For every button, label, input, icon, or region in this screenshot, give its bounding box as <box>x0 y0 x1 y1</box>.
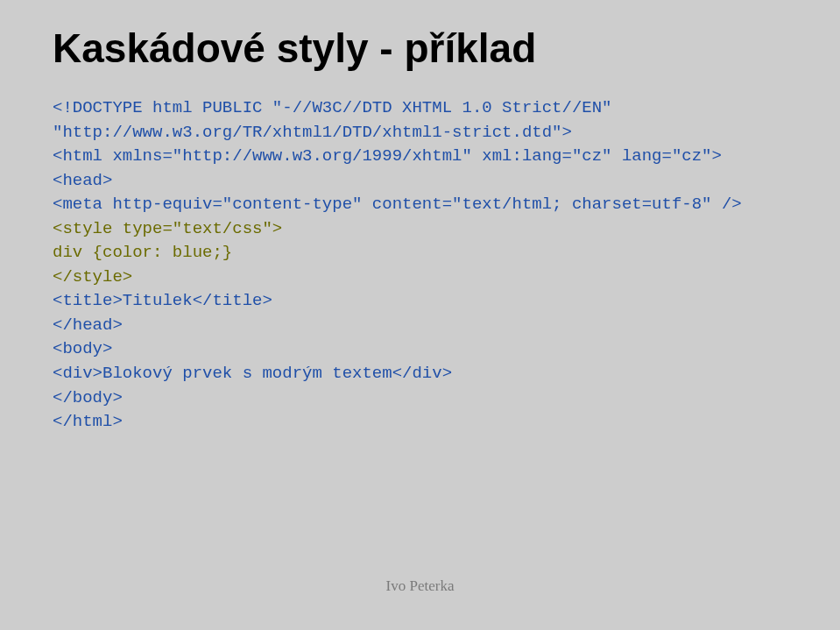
code-line: </style> <box>53 267 132 287</box>
code-line: <body> <box>53 339 112 358</box>
footer-author: Ivo Peterka <box>0 577 840 595</box>
code-line: <style type="text/css"> <box>53 219 282 238</box>
code-line: <meta http-equiv="content-type" content=… <box>53 195 742 214</box>
code-line: </head> <box>53 315 123 335</box>
code-line: "http://www.w3.org/TR/xhtml1/DTD/xhtml1-… <box>53 123 572 142</box>
code-example: <!DOCTYPE html PUBLIC "-//W3C//DTD XHTML… <box>53 96 787 435</box>
code-line: <div>Blokový prvek s modrým textem</div> <box>53 364 452 383</box>
slide-title: Kaskádové styly - příklad <box>53 25 787 72</box>
code-line: </body> <box>53 388 123 407</box>
code-line: div {color: blue;} <box>53 243 232 262</box>
code-line: <title>Titulek</title> <box>53 291 272 310</box>
code-line: <head> <box>53 171 112 190</box>
code-line: <html xmlns="http://www.w3.org/1999/xhtm… <box>53 146 722 166</box>
code-line: </html> <box>53 412 123 431</box>
code-line: <!DOCTYPE html PUBLIC "-//W3C//DTD XHTML… <box>53 98 612 117</box>
slide: Kaskádové styly - příklad <!DOCTYPE html… <box>0 0 840 630</box>
